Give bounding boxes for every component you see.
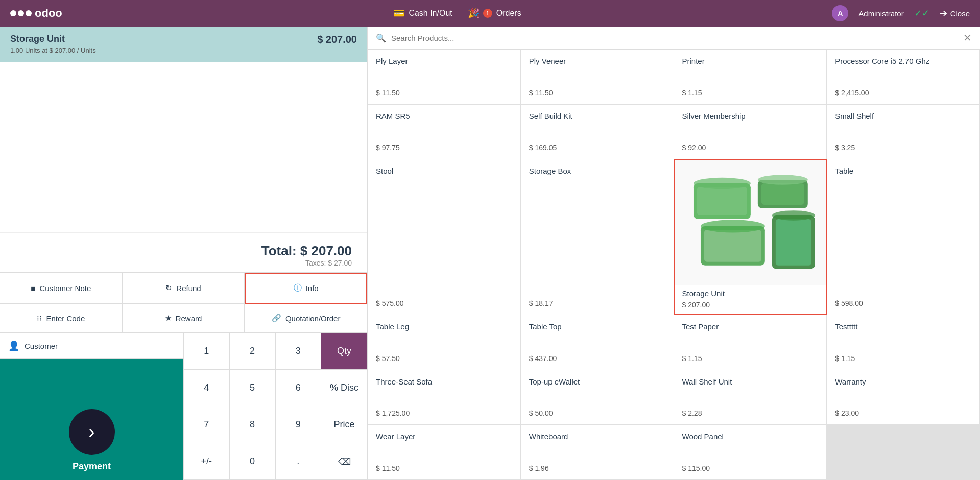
orders-nav[interactable]: 🎉 1 Orders xyxy=(468,8,521,19)
product-cell[interactable]: Table Leg $ 57.50 xyxy=(368,315,521,370)
product-cell[interactable]: Stool $ 575.00 xyxy=(368,159,521,315)
numpad-key-3[interactable]: 3 xyxy=(276,333,322,370)
numpad-area: 👤 Customer › Payment 123Qty456% Disc789P… xyxy=(0,332,367,480)
customer-label: Customer xyxy=(25,342,58,350)
svg-point-11 xyxy=(772,210,815,221)
product-cell[interactable]: Small Shelf $ 3.25 xyxy=(827,105,980,160)
product-cell[interactable]: Processor Core i5 2.70 Ghz $ 2,415.00 xyxy=(827,50,980,105)
logo-circle-2 xyxy=(18,10,24,16)
cash-in-out-label: Cash In/Out xyxy=(409,9,452,18)
search-input[interactable] xyxy=(391,34,963,42)
product-name: Storage Box xyxy=(529,166,665,175)
product-cell[interactable]: Wear Layer $ 11.50 xyxy=(368,425,521,480)
product-cell-empty xyxy=(827,425,980,480)
reward-label: Reward xyxy=(176,314,202,323)
customer-button[interactable]: 👤 Customer xyxy=(0,333,183,359)
product-price: $ 2.28 xyxy=(682,409,819,417)
refund-icon: ↻ xyxy=(165,283,172,293)
header-nav: 💳 Cash In/Out 🎉 1 Orders xyxy=(83,8,832,19)
product-name: Stool xyxy=(376,166,512,175)
cash-in-out-nav[interactable]: 💳 Cash In/Out xyxy=(393,8,452,19)
enter-code-button[interactable]: ⁝⁝ Enter Code xyxy=(0,304,123,332)
barcode-icon: ⁝⁝ xyxy=(37,314,42,323)
close-icon: ➔ xyxy=(940,8,947,19)
orders-icon: 🎉 xyxy=(468,8,479,19)
product-cell[interactable]: RAM SR5 $ 97.75 xyxy=(368,105,521,160)
taxes-amount: Taxes: $ 27.00 xyxy=(15,259,352,267)
refund-button[interactable]: ↻ Refund xyxy=(123,273,245,304)
numpad-key-[interactable]: +/- xyxy=(184,443,230,480)
product-cell[interactable]: Wood Panel $ 115.00 xyxy=(674,425,827,480)
product-cell[interactable]: Whiteboard $ 1.96 xyxy=(521,425,674,480)
numpad-key-[interactable]: ⌫ xyxy=(321,443,367,480)
product-cell[interactable]: Silver Membership $ 92.00 xyxy=(674,105,827,160)
product-name: Table Top xyxy=(529,322,665,331)
product-cell[interactable]: Testtttt $ 1.15 xyxy=(827,315,980,370)
payment-label: Payment xyxy=(73,461,111,472)
selected-product-name: Storage Unit xyxy=(10,34,96,44)
quotation-button[interactable]: 🔗 Quotation/Order xyxy=(245,304,367,332)
numpad-key-9[interactable]: 9 xyxy=(276,406,322,443)
product-cell[interactable]: Warranty $ 23.00 xyxy=(827,370,980,425)
product-cell[interactable]: Ply Layer $ 11.50 xyxy=(368,50,521,105)
reward-button[interactable]: ★ Reward xyxy=(123,304,245,332)
main-area: Storage Unit 1.00 Units at $ 207.00 / Un… xyxy=(0,27,980,480)
product-cell[interactable]: Printer $ 1.15 xyxy=(674,50,827,105)
product-cell[interactable]: Self Build Kit $ 169.05 xyxy=(521,105,674,160)
product-cell[interactable]: Storage Unit $ 207.00 xyxy=(674,159,827,315)
search-clear-icon[interactable]: ✕ xyxy=(963,32,972,44)
product-price: $ 23.00 xyxy=(835,409,971,417)
product-price: $ 207.00 xyxy=(682,301,819,309)
numpad-key-2[interactable]: 2 xyxy=(230,333,276,370)
numpad-key-8[interactable]: 8 xyxy=(230,406,276,443)
info-icon: ⓘ xyxy=(294,283,302,294)
orders-badge: 1 xyxy=(483,9,492,18)
product-price: $ 598.00 xyxy=(835,299,971,307)
logo-circle-1 xyxy=(10,10,16,16)
numpad-key-4[interactable]: 4 xyxy=(184,370,230,406)
order-items xyxy=(0,62,367,232)
product-name: Table Leg xyxy=(376,322,512,331)
product-name: Warranty xyxy=(835,377,971,386)
search-icon: 🔍 xyxy=(376,33,386,43)
close-button[interactable]: ➔ Close xyxy=(940,8,970,19)
product-cell[interactable]: Wall Shelf Unit $ 2.28 xyxy=(674,370,827,425)
customer-note-button[interactable]: ■ Customer Note xyxy=(0,273,123,304)
info-button[interactable]: ⓘ Info xyxy=(245,273,367,304)
numpad-key-5[interactable]: 5 xyxy=(230,370,276,406)
numpad-key-Qty[interactable]: Qty xyxy=(321,333,367,370)
product-cell[interactable]: Table $ 598.00 xyxy=(827,159,980,315)
numpad-key-Disc[interactable]: % Disc xyxy=(321,370,367,406)
payment-button[interactable]: › xyxy=(69,409,115,455)
product-name: Wall Shelf Unit xyxy=(682,377,819,386)
product-cell[interactable]: Ply Veneer $ 11.50 xyxy=(521,50,674,105)
right-panel: 🔍 ✕ Ply Layer $ 11.50 Ply Veneer $ 11.50… xyxy=(368,27,980,480)
order-header-left: Storage Unit 1.00 Units at $ 207.00 / Un… xyxy=(10,34,96,54)
numpad-key-6[interactable]: 6 xyxy=(276,370,322,406)
numpad-key-7[interactable]: 7 xyxy=(184,406,230,443)
order-header: Storage Unit 1.00 Units at $ 207.00 / Un… xyxy=(0,27,367,62)
top-header: odoo 💳 Cash In/Out 🎉 1 Orders A Administ… xyxy=(0,0,980,27)
numpad-key-[interactable]: . xyxy=(276,443,322,480)
product-price: $ 2,415.00 xyxy=(835,89,971,97)
product-cell[interactable]: Storage Box $ 18.17 xyxy=(521,159,674,315)
product-name: Test Paper xyxy=(682,322,819,331)
product-price: $ 11.50 xyxy=(529,89,665,97)
numpad-key-0[interactable]: 0 xyxy=(230,443,276,480)
product-price: $ 437.00 xyxy=(529,354,665,363)
enter-code-label: Enter Code xyxy=(46,314,85,323)
product-cell[interactable]: Test Paper $ 1.15 xyxy=(674,315,827,370)
product-price: $ 115.00 xyxy=(682,464,819,472)
product-price: $ 11.50 xyxy=(376,89,512,97)
header-right: A Administrator ✓✓ ➔ Close xyxy=(832,5,970,21)
product-price: $ 1.96 xyxy=(529,464,665,472)
svg-rect-3 xyxy=(761,183,804,205)
product-cell[interactable]: Table Top $ 437.00 xyxy=(521,315,674,370)
quotation-label: Quotation/Order xyxy=(285,314,341,323)
product-name: Processor Core i5 2.70 Ghz xyxy=(835,57,971,65)
logo-text: odoo xyxy=(35,7,62,20)
product-cell[interactable]: Three-Seat Sofa $ 1,725.00 xyxy=(368,370,521,425)
numpad-key-Price[interactable]: Price xyxy=(321,406,367,443)
product-cell[interactable]: Top-up eWallet $ 50.00 xyxy=(521,370,674,425)
numpad-key-1[interactable]: 1 xyxy=(184,333,230,370)
